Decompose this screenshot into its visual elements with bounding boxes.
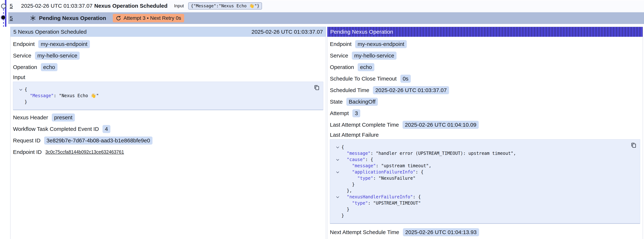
- field-row-operation: Operationecho: [330, 61, 640, 73]
- field-label: Attempt: [330, 110, 349, 116]
- field-label: Schedule To Close Timeout: [330, 76, 397, 82]
- field-value-chip: my-nexus-endpoint: [38, 40, 90, 48]
- event-id-link[interactable]: 5: [10, 3, 21, 9]
- field-row-last-attempt-complete-time: Last Attempt Complete Time2025-02-26 UTC…: [330, 119, 640, 130]
- field-row-request-id: Request ID3e829b7e-7d67-4b08-aad3-b1e868…: [13, 135, 323, 146]
- panel-body: Endpointmy-nexus-endpointServicemy-hello…: [10, 37, 326, 158]
- pending-asterisk-icon: [30, 15, 36, 21]
- code-line: "message": "upstream timeout",: [334, 163, 636, 169]
- field-row-endpoint-id: Endpoint ID3c0c75ccfa8144b092c13ce632463…: [13, 146, 323, 158]
- code-line: "applicationFailureInfo": {: [334, 169, 636, 175]
- field-value-chip: my-hello-service: [352, 52, 396, 60]
- field-value-link[interactable]: 3c0c75ccfa8144b092c13ce632463761: [46, 149, 124, 155]
- code-line: "Message": "Nexus Echo 👋": [17, 92, 320, 99]
- timeline-node-open-circle-icon: [1, 4, 6, 8]
- field-label: Endpoint ID: [13, 149, 42, 155]
- panel-header-timestamp: 2025-02-26 UTC 01:03:37.07: [252, 29, 323, 35]
- input-code-block: {"Message": "Nexus Echo 👋"}: [13, 82, 323, 110]
- input-section-label: Input: [13, 73, 323, 82]
- code-lines: {"message": "handler error (UPSTREAM_TIM…: [334, 144, 636, 219]
- field-row-attempt: Attempt3: [330, 108, 640, 119]
- field-row-nexus-header: Nexus Headerpresent: [13, 112, 323, 123]
- field-value-chip: echo: [358, 63, 374, 71]
- code-line: "type": "NexusFailure": [334, 175, 636, 181]
- field-label: Next Attempt Schedule Time: [330, 229, 399, 235]
- code-line: }: [334, 181, 636, 188]
- field-row-workflow-task-completed-event-id: Workflow Task Completed Event ID4: [13, 123, 323, 135]
- code-line: },: [334, 188, 636, 194]
- timeline-node-selected-circle-icon: [1, 16, 5, 20]
- field-value-chip: present: [52, 114, 75, 122]
- field-value-chip: 2025-02-26 UTC 01:04:13.93: [403, 228, 479, 236]
- code-line: "cause": {: [334, 156, 636, 163]
- temporal-nexus-event-view: { "colors": { "accent_indigo": "#4b44da"…: [0, 0, 644, 239]
- field-row-schedule-to-close-timeout: Schedule To Close Timeout0s: [330, 73, 640, 84]
- field-label: Nexus Header: [13, 114, 48, 120]
- fields-bottom: Next Attempt Schedule Time2025-02-26 UTC…: [330, 226, 640, 238]
- code-line: }: [334, 212, 636, 219]
- panel-pending-nexus-operation: Pending Nexus Operation Endpointmy-nexus…: [327, 27, 643, 239]
- field-value-chip: my-nexus-endpoint: [355, 40, 406, 48]
- retry-status-badge: Attempt 3 • Next Retry 0s: [113, 14, 184, 22]
- field-value-chip: 4: [102, 125, 110, 133]
- code-lines: {"Message": "Nexus Echo 👋"}: [17, 86, 320, 105]
- field-row-state: StateBackingOff: [330, 96, 640, 108]
- event-title: Pending Nexus Operation: [39, 15, 106, 21]
- field-label: Endpoint: [13, 41, 34, 47]
- detail-panels: 5 Nexus Operation Scheduled 2025-02-26 U…: [10, 27, 643, 239]
- field-value-chip: 3: [352, 109, 360, 117]
- field-value-chip: 2025-02-26 UTC 01:03:37.07: [373, 86, 449, 94]
- field-label: Scheduled Time: [330, 87, 369, 93]
- code-line: {: [17, 86, 320, 92]
- code-line: }: [334, 206, 636, 212]
- failure-section-label: Last Attempt Failure: [330, 130, 640, 139]
- field-row-scheduled-time: Scheduled Time2025-02-26 UTC 01:03:37.07: [330, 84, 640, 96]
- field-value-chip: 0s: [400, 75, 411, 83]
- collapse-chevron-icon[interactable]: [336, 196, 339, 198]
- panel-nexus-operation-scheduled: 5 Nexus Operation Scheduled 2025-02-26 U…: [10, 27, 326, 239]
- field-row-service: Servicemy-hello-service: [330, 50, 640, 61]
- panel-header-scheduled: 5 Nexus Operation Scheduled 2025-02-26 U…: [10, 27, 326, 37]
- field-row-endpoint: Endpointmy-nexus-endpoint: [13, 38, 323, 50]
- code-line: "nexusHandlerFailureInfo": {: [334, 194, 636, 200]
- retry-icon: [116, 15, 121, 21]
- panel-header-title: 5 Nexus Operation Scheduled: [13, 29, 86, 35]
- code-line: }: [17, 99, 320, 105]
- field-label: Service: [13, 52, 31, 59]
- panel-body: Endpointmy-nexus-endpointServicemy-hello…: [327, 37, 643, 238]
- field-row-endpoint: Endpointmy-nexus-endpoint: [330, 38, 640, 50]
- event-row-nexus-operation-scheduled[interactable]: 5 2025-02-26 UTC 01:03:37.07 Nexus Opera…: [8, 0, 644, 12]
- collapse-chevron-icon[interactable]: [336, 170, 339, 174]
- code-line: {: [334, 144, 636, 150]
- panel-header-title: Pending Nexus Operation: [330, 29, 393, 35]
- field-label: Service: [330, 52, 348, 59]
- fields-top: Endpointmy-nexus-endpointServicemy-hello…: [330, 38, 640, 130]
- retry-badge-text: Attempt 3 • Next Retry 0s: [124, 15, 181, 21]
- field-label: Request ID: [13, 138, 40, 144]
- field-value-chip: 2025-02-26 UTC 01:04:10.09: [402, 121, 479, 129]
- event-id-link[interactable]: 5: [10, 15, 21, 21]
- panel-header-pending: Pending Nexus Operation: [327, 27, 643, 37]
- fields-bottom: Nexus HeaderpresentWorkflow Task Complet…: [13, 112, 323, 158]
- field-value-chip: my-hello-service: [35, 52, 80, 60]
- field-label: Last Attempt Complete Time: [330, 122, 399, 128]
- field-row-operation: Operationecho: [13, 61, 323, 73]
- failure-code-block: {"message": "handler error (UPSTREAM_TIM…: [330, 139, 640, 224]
- collapse-chevron-icon[interactable]: [20, 88, 22, 91]
- event-row-pending-nexus-operation[interactable]: 5 Pending Nexus Operation Attempt 3 • Ne…: [8, 12, 644, 24]
- field-label: State: [330, 99, 343, 105]
- field-label: Endpoint: [330, 41, 352, 47]
- field-value-chip: 3e829b7e-7d67-4b08-aad3-b1e868bfe9e0: [44, 136, 152, 144]
- collapse-chevron-icon[interactable]: [336, 146, 339, 148]
- field-label: Operation: [330, 64, 354, 70]
- field-value-chip: BackingOff: [346, 98, 378, 106]
- event-input-label: Input: [174, 3, 184, 8]
- event-input-preview-chip: {"Message":"Nexus Echo 👋"}: [188, 2, 262, 10]
- event-timestamp: 2025-02-26 UTC 01:03:37.07: [21, 3, 94, 9]
- field-label: Operation: [13, 64, 37, 70]
- field-value-chip: echo: [41, 63, 58, 71]
- collapse-chevron-icon[interactable]: [336, 158, 339, 161]
- event-title: Nexus Operation Scheduled: [94, 3, 168, 9]
- timeline-accent-bar: [5, 0, 6, 27]
- field-label: Workflow Task Completed Event ID: [13, 126, 99, 132]
